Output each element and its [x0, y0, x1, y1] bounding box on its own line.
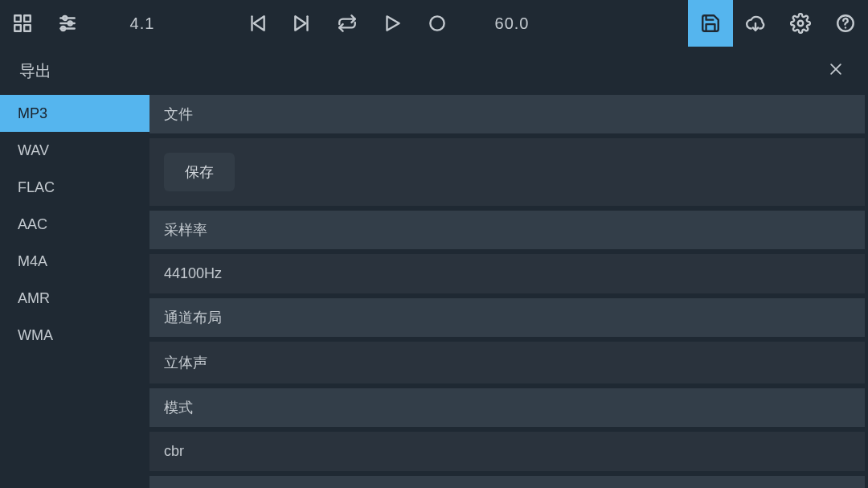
sample-rate-value[interactable]: 44100Hz [149, 254, 865, 293]
save-icon[interactable] [688, 0, 733, 47]
mode-header: 模式 [149, 388, 865, 427]
sidebar-item-label: AAC [18, 216, 47, 233]
sidebar-item-m4a[interactable]: M4A [0, 243, 149, 280]
svg-rect-3 [24, 25, 31, 31]
sliders-icon[interactable] [45, 0, 90, 47]
sample-rate-header: 采样率 [149, 211, 865, 249]
toolbar-right-value[interactable]: 60.0 [460, 14, 564, 33]
toolbar-left-value[interactable]: 4.1 [90, 14, 194, 33]
svg-rect-0 [14, 15, 21, 22]
svg-marker-14 [387, 16, 399, 30]
toolbar-left-group: 4.1 [0, 0, 194, 47]
skip-forward-icon[interactable] [280, 0, 325, 47]
sidebar-item-wma[interactable]: WMA [0, 317, 149, 354]
repeat-icon[interactable] [325, 0, 370, 47]
settings-icon[interactable] [778, 0, 823, 47]
sidebar-item-mp3[interactable]: MP3 [0, 95, 149, 132]
toolbar-right-group [688, 0, 868, 47]
svg-rect-2 [14, 25, 21, 31]
top-toolbar: 4.1 60.0 [0, 0, 868, 47]
panel-body: MP3WAVFLACAACM4AAMRWMA 文件 保存 采样率 44100Hz… [0, 95, 868, 488]
skip-back-icon[interactable] [235, 0, 280, 47]
file-section-body: 保存 [149, 138, 865, 206]
svg-marker-11 [254, 16, 264, 30]
mode-value[interactable]: cbr [149, 432, 865, 471]
save-button[interactable]: 保存 [164, 153, 235, 191]
panel-title: 导出 [19, 60, 51, 82]
channel-layout-header: 通道布局 [149, 298, 865, 337]
svg-point-15 [430, 16, 444, 30]
sidebar-item-label: WAV [18, 142, 49, 159]
quality-header: 品质 [149, 476, 865, 488]
sidebar-item-wav[interactable]: WAV [0, 132, 149, 169]
sidebar-item-amr[interactable]: AMR [0, 280, 149, 317]
panel-header: 导出 [0, 47, 868, 95]
export-format-sidebar: MP3WAVFLACAACM4AAMRWMA [0, 95, 149, 488]
help-icon[interactable] [823, 0, 868, 47]
sidebar-item-label: FLAC [18, 179, 55, 196]
export-settings-form: 文件 保存 采样率 44100Hz 通道布局 立体声 模式 cbr 品质 [149, 95, 868, 488]
toolbar-transport-group: 60.0 [235, 0, 564, 47]
sidebar-item-flac[interactable]: FLAC [0, 169, 149, 206]
apps-icon[interactable] [0, 0, 45, 47]
close-icon [828, 61, 844, 81]
play-icon[interactable] [370, 0, 415, 47]
sidebar-item-label: MP3 [18, 105, 47, 122]
close-button[interactable] [823, 58, 849, 84]
svg-point-16 [798, 21, 804, 27]
file-section-header: 文件 [149, 95, 865, 133]
channel-layout-value[interactable]: 立体声 [149, 342, 865, 383]
sidebar-item-label: AMR [18, 290, 50, 307]
cloud-download-icon[interactable] [733, 0, 778, 47]
svg-marker-12 [295, 16, 305, 30]
record-icon[interactable] [415, 0, 460, 47]
sidebar-item-label: M4A [18, 253, 47, 270]
svg-rect-1 [24, 15, 31, 22]
sidebar-item-label: WMA [18, 327, 53, 344]
sidebar-item-aac[interactable]: AAC [0, 206, 149, 243]
